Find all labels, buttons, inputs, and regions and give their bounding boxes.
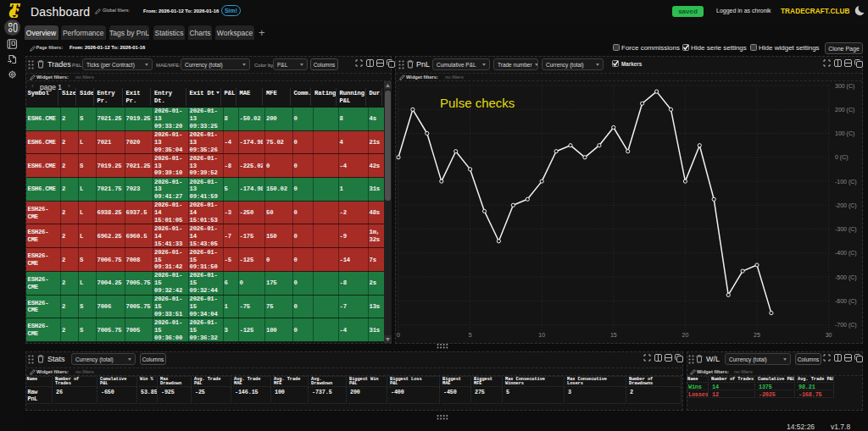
svg-text:-200 (C): -200 (C) [835,202,857,209]
svg-text:0: 0 [397,332,400,338]
svg-text:-600 (C): -600 (C) [835,298,857,305]
svg-text:-400 (C): -400 (C) [835,250,857,257]
svg-text:-700 (C): -700 (C) [835,322,857,329]
svg-text:5: 5 [469,332,472,338]
svg-text:0 (C): 0 (C) [835,154,849,161]
svg-text:200 (C): 200 (C) [835,107,854,113]
svg-text:-500 (C): -500 (C) [835,274,857,281]
svg-text:10: 10 [538,332,545,338]
svg-text:100 (C): 100 (C) [835,130,854,137]
svg-text:25: 25 [754,332,760,338]
svg-text:-300 (C): -300 (C) [835,226,857,233]
svg-text:15: 15 [610,332,617,338]
svg-text:-100 (C): -100 (C) [835,179,857,185]
svg-text:Pulse checks: Pulse checks [440,96,515,110]
svg-text:30: 30 [826,332,832,338]
svg-text:300 (C): 300 (C) [835,83,854,90]
svg-text:20: 20 [682,332,689,338]
